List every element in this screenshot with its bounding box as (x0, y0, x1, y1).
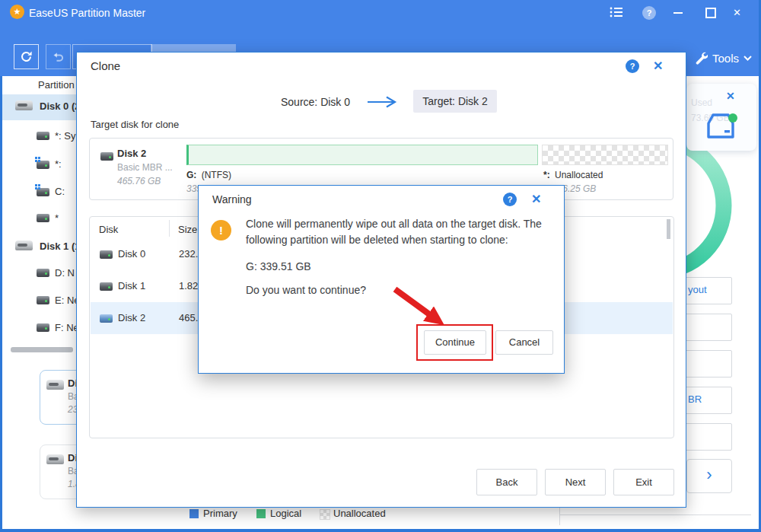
warning-message-line2: following partition will be deleted when… (246, 232, 553, 248)
sidebar-item-f-drive[interactable]: F: Ne (0, 321, 76, 347)
minimize-button[interactable] (673, 12, 683, 14)
help-icon[interactable]: ? (503, 193, 517, 206)
sidebar-item-disk1[interactable]: Disk 1 (1 (0, 239, 76, 265)
sidebar-item-partition[interactable]: *: (0, 157, 76, 183)
close-icon[interactable]: ✕ (726, 90, 735, 102)
drive-icon (702, 110, 740, 145)
expand-panel-button[interactable]: › (686, 459, 732, 493)
disk-tooltip-card: Used 73.60 GB ✕ (686, 84, 756, 151)
column-header-size[interactable]: Size (178, 224, 197, 235)
legend-logical-label: Logical (270, 508, 301, 519)
arrow-right-icon (366, 96, 401, 108)
undo-icon (52, 50, 65, 63)
layout-button-label: yout (688, 284, 707, 295)
back-button[interactable]: Back (476, 469, 537, 495)
sidebar-header: Partition (38, 79, 75, 91)
partition-icon (37, 132, 49, 140)
maximize-button[interactable] (705, 8, 716, 18)
cell-disk: Disk 1 (118, 280, 145, 291)
sidebar-item-label: Disk 0 (2 (40, 100, 80, 112)
vertical-scrollbar[interactable] (667, 219, 670, 239)
exit-button[interactable]: Exit (613, 469, 674, 495)
partition-icon (37, 269, 49, 277)
close-window-button[interactable]: ✕ (733, 6, 741, 20)
help-icon[interactable]: ? (642, 6, 656, 20)
app-title: EaseUS Partition Master (29, 7, 145, 19)
warning-dialog-title: Warning (212, 193, 252, 205)
sidebar-item-label: Disk 1 (1 (40, 241, 80, 252)
partition-icon (37, 214, 49, 222)
sidebar-item-d-drive[interactable]: D: N (0, 266, 76, 292)
menu-list-icon[interactable] (610, 6, 623, 20)
partition-to-delete: G: 339.51 GB (246, 260, 311, 272)
divider (559, 507, 560, 525)
undo-button[interactable] (46, 44, 71, 69)
tools-menu[interactable]: Tools (694, 49, 758, 67)
sidebar-item-disk0[interactable]: Disk 0 (2 (0, 97, 76, 123)
column-header-disk[interactable]: Disk (99, 224, 118, 235)
tools-label: Tools (712, 52, 739, 65)
clone-dialog-title: Clone (91, 59, 120, 72)
close-icon[interactable]: ✕ (531, 192, 541, 206)
disk-icon (100, 282, 113, 291)
red-arrow-annotation (387, 283, 463, 338)
unallocated-label: Unallocated (555, 170, 603, 180)
legend-unallocated-label: Unallocated (333, 508, 386, 519)
sidebar-item-c-drive[interactable]: C: (0, 184, 76, 210)
source-disk-label: Source: Disk 0 (281, 96, 350, 108)
app-window: ★ EaseUS Partition Master ? ✕ (0, 0, 761, 532)
legend-unallocated-swatch (320, 509, 330, 520)
disk-icon (100, 314, 113, 323)
target-disk-type: Basic MBR ... (117, 162, 173, 173)
cell-disk: Disk 0 (118, 248, 145, 260)
easeus-logo-icon: ★ (10, 5, 24, 19)
sidebar-item-partition[interactable]: *: Sy (0, 129, 76, 155)
sidebar-item-e-drive[interactable]: E: Ne (0, 294, 76, 320)
partition-icon (37, 323, 49, 332)
sidebar-item-partition[interactable]: * (0, 212, 76, 237)
disk-icon (15, 100, 33, 110)
chevron-right-icon: › (706, 465, 712, 484)
partition-fs-label: (NTFS) (202, 170, 231, 180)
disk-icon (15, 241, 33, 250)
legend-primary-swatch (189, 509, 199, 518)
used-label: Used (691, 97, 712, 108)
cell-disk: Disk 2 (118, 312, 145, 323)
partition-icon (37, 296, 49, 304)
chevron-down-icon (743, 56, 752, 61)
windows-partition-icon (37, 188, 49, 196)
disk-icon (100, 250, 113, 259)
help-icon[interactable]: ? (626, 59, 639, 73)
sidebar-item-label: *: (55, 158, 62, 170)
confirm-question: Do you want to continue? (246, 284, 366, 296)
divider (559, 514, 751, 515)
disk-icon (100, 152, 113, 161)
column-divider (169, 220, 170, 237)
partition-letter: G: (186, 170, 196, 180)
sidebar-item-label: *: Sy (55, 130, 75, 142)
warning-icon: ! (211, 220, 231, 241)
warning-message: Clone will permanently wipe out all data… (246, 216, 553, 248)
refresh-icon (20, 50, 33, 63)
next-button[interactable]: Next (545, 469, 606, 495)
close-icon[interactable]: ✕ (653, 59, 663, 73)
window-border-left (0, 76, 2, 532)
wrench-icon (694, 51, 708, 65)
warning-message-line1: Clone will permanently wipe out all data… (246, 216, 553, 232)
section-label: Target disk for clone (91, 119, 179, 130)
mbr-button-label: BR (688, 393, 702, 405)
partition-bar-logical[interactable] (186, 145, 538, 165)
windows-partition-icon (37, 161, 49, 169)
horizontal-scrollbar[interactable] (11, 347, 73, 352)
target-disk-size: 465.76 GB (117, 176, 161, 186)
cancel-button[interactable]: Cancel (495, 330, 553, 355)
legend-logical-swatch (256, 509, 266, 518)
partition-bar-unallocated[interactable] (542, 145, 668, 165)
sidebar-item-label: C: (55, 186, 65, 197)
refresh-button[interactable] (14, 44, 39, 69)
legend-primary-label: Primary (203, 508, 237, 519)
disk-icon (46, 380, 64, 390)
window-border-bottom (0, 529, 761, 532)
sidebar-item-label: D: N (55, 267, 75, 279)
target-disk-chip[interactable]: Target: Disk 2 (413, 90, 497, 113)
